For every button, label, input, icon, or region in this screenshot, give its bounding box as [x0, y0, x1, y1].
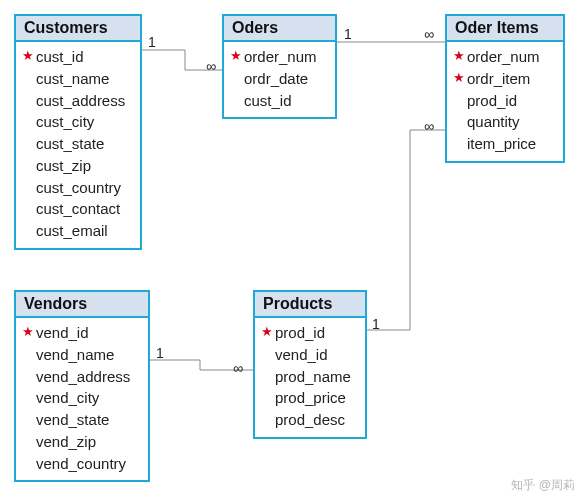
field-name: vend_id: [275, 344, 328, 366]
entity-order-items: Oder Items ★order_num ★ordr_item prod_id…: [445, 14, 565, 163]
field-name: cust_address: [36, 90, 125, 112]
field-name: cust_country: [36, 177, 121, 199]
card-products-one: 1: [372, 316, 380, 332]
field-name: cust_contact: [36, 198, 120, 220]
field-row: vend_zip: [22, 431, 142, 453]
erd-canvas: 1 ∞ 1 ∞ 1 ∞ 1 ∞ Customers ★cust_id cust_…: [0, 0, 585, 500]
field-row: cust_zip: [22, 155, 134, 177]
field-name: prod_desc: [275, 409, 345, 431]
field-name: cust_zip: [36, 155, 91, 177]
field-name: vend_city: [36, 387, 99, 409]
card-customers-one: 1: [148, 34, 156, 50]
field-row: ★cust_id: [22, 46, 134, 68]
field-name: cust_state: [36, 133, 104, 155]
entity-orders-body: ★order_num ordr_date cust_id: [224, 42, 335, 117]
field-name: cust_id: [36, 46, 84, 68]
entity-order-items-body: ★order_num ★ordr_item prod_id quantity i…: [447, 42, 563, 161]
field-name: prod_id: [275, 322, 325, 344]
pk-star-icon: ★: [453, 69, 467, 88]
entity-orders-title: Oders: [224, 16, 335, 42]
field-name: item_price: [467, 133, 536, 155]
field-row: vend_state: [22, 409, 142, 431]
field-row: cust_contact: [22, 198, 134, 220]
pk-star-icon: ★: [22, 47, 36, 66]
card-vendors-one: 1: [156, 345, 164, 361]
card-orders-one: 1: [344, 26, 352, 42]
field-row: quantity: [453, 111, 557, 133]
entity-products-body: ★prod_id vend_id prod_name prod_price pr…: [255, 318, 365, 437]
field-row: cust_state: [22, 133, 134, 155]
entity-vendors: Vendors ★vend_id vend_name vend_address …: [14, 290, 150, 482]
field-row: vend_address: [22, 366, 142, 388]
field-name: quantity: [467, 111, 520, 133]
field-row: ★order_num: [230, 46, 329, 68]
card-orders-many: ∞: [206, 58, 216, 74]
field-name: prod_name: [275, 366, 351, 388]
field-row: prod_price: [261, 387, 359, 409]
field-row: ★order_num: [453, 46, 557, 68]
field-name: vend_address: [36, 366, 130, 388]
entity-products: Products ★prod_id vend_id prod_name prod…: [253, 290, 367, 439]
field-name: vend_name: [36, 344, 114, 366]
field-name: order_num: [244, 46, 317, 68]
card-products-many: ∞: [233, 360, 243, 376]
field-row: ordr_date: [230, 68, 329, 90]
field-name: vend_id: [36, 322, 89, 344]
field-row: vend_country: [22, 453, 142, 475]
field-name: vend_zip: [36, 431, 96, 453]
pk-star-icon: ★: [230, 47, 244, 66]
entity-customers: Customers ★cust_id cust_name cust_addres…: [14, 14, 142, 250]
watermark-text: 知乎 @周莉: [511, 477, 575, 494]
field-name: ordr_date: [244, 68, 308, 90]
field-row: cust_name: [22, 68, 134, 90]
card-orderitems-many-a: ∞: [424, 26, 434, 42]
field-row: cust_address: [22, 90, 134, 112]
field-name: cust_name: [36, 68, 109, 90]
entity-products-title: Products: [255, 292, 365, 318]
field-row: vend_id: [261, 344, 359, 366]
field-name: prod_id: [467, 90, 517, 112]
entity-order-items-title: Oder Items: [447, 16, 563, 42]
field-row: ★prod_id: [261, 322, 359, 344]
entity-vendors-body: ★vend_id vend_name vend_address vend_cit…: [16, 318, 148, 480]
entity-vendors-title: Vendors: [16, 292, 148, 318]
field-row: prod_id: [453, 90, 557, 112]
field-name: order_num: [467, 46, 540, 68]
field-name: cust_email: [36, 220, 108, 242]
field-row: prod_desc: [261, 409, 359, 431]
entity-customers-body: ★cust_id cust_name cust_address cust_cit…: [16, 42, 140, 248]
field-row: cust_country: [22, 177, 134, 199]
card-orderitems-many-b: ∞: [424, 118, 434, 134]
field-row: cust_city: [22, 111, 134, 133]
field-row: cust_id: [230, 90, 329, 112]
pk-star-icon: ★: [453, 47, 467, 66]
field-name: cust_city: [36, 111, 94, 133]
field-row: vend_city: [22, 387, 142, 409]
pk-star-icon: ★: [261, 323, 275, 342]
entity-orders: Oders ★order_num ordr_date cust_id: [222, 14, 337, 119]
field-name: cust_id: [244, 90, 292, 112]
entity-customers-title: Customers: [16, 16, 140, 42]
field-row: cust_email: [22, 220, 134, 242]
field-row: item_price: [453, 133, 557, 155]
field-row: prod_name: [261, 366, 359, 388]
field-name: vend_country: [36, 453, 126, 475]
field-row: ★ordr_item: [453, 68, 557, 90]
field-name: ordr_item: [467, 68, 530, 90]
pk-star-icon: ★: [22, 323, 36, 342]
field-name: vend_state: [36, 409, 109, 431]
field-row: vend_name: [22, 344, 142, 366]
field-row: ★vend_id: [22, 322, 142, 344]
field-name: prod_price: [275, 387, 346, 409]
